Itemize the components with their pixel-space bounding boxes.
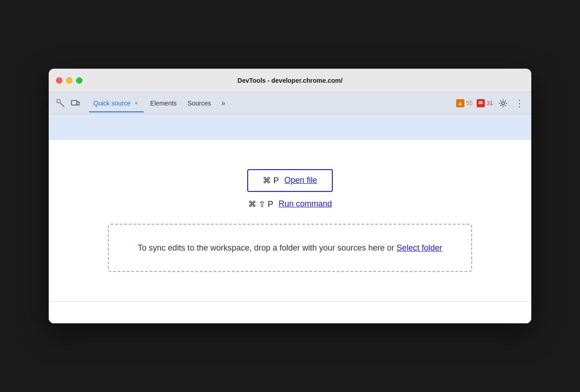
minimize-button[interactable] [66, 77, 72, 84]
tab-elements-label: Elements [150, 100, 177, 107]
run-command-shortcut: ⌘ ⇧ P [248, 199, 273, 209]
more-tabs-button[interactable]: » [217, 97, 230, 110]
toolbar: Quick source × Elements Sources » ▲ 55 ✉… [49, 92, 531, 114]
more-options-icon[interactable]: ⋮ [513, 97, 526, 110]
main-content: ⌘ P Open file ⌘ ⇧ P Run command To sync … [49, 114, 531, 323]
tab-quick-source-label: Quick source [93, 100, 131, 107]
error-icon: ✉ [477, 99, 485, 107]
drop-zone-description: To sync edits to the workspace, drop a f… [138, 243, 397, 252]
svg-rect-3 [77, 102, 79, 105]
inspect-icon[interactable] [54, 97, 67, 110]
toolbar-right: ▲ 55 ✉ 31 ⋮ [456, 97, 526, 110]
run-command-row: ⌘ ⇧ P Run command [248, 199, 332, 209]
blue-header-strip [49, 114, 531, 140]
tab-close-icon[interactable]: × [133, 100, 139, 107]
tab-elements[interactable]: Elements [146, 98, 181, 109]
warning-icon: ▲ [456, 99, 464, 107]
open-file-box: ⌘ P Open file [247, 169, 332, 192]
traffic-lights [56, 77, 82, 84]
drop-zone[interactable]: To sync edits to the workspace, drop a f… [108, 224, 472, 272]
tab-quick-source[interactable]: Quick source × [89, 98, 144, 109]
bottom-bar [49, 302, 531, 323]
warning-badge[interactable]: ▲ 55 [456, 99, 473, 107]
error-badge[interactable]: ✉ 31 [477, 99, 493, 107]
content-area: ⌘ P Open file ⌘ ⇧ P Run command To sync … [49, 140, 531, 302]
open-file-link[interactable]: Open file [284, 176, 317, 185]
svg-point-4 [502, 102, 504, 105]
error-count: 31 [487, 100, 493, 106]
devtools-window: DevTools - developer.chrome.com/ Quick s… [49, 69, 531, 323]
svg-rect-2 [71, 101, 77, 105]
maximize-button[interactable] [76, 77, 82, 84]
warning-count: 55 [466, 100, 473, 106]
run-command-link[interactable]: Run command [279, 199, 332, 209]
device-toggle-icon[interactable] [69, 97, 81, 110]
tab-sources[interactable]: Sources [183, 98, 215, 109]
svg-line-1 [60, 103, 64, 107]
close-button[interactable] [56, 77, 62, 84]
svg-rect-0 [57, 100, 60, 103]
titlebar: DevTools - developer.chrome.com/ [49, 69, 531, 92]
open-file-shortcut: ⌘ P [263, 176, 279, 186]
drop-zone-text: To sync edits to the workspace, drop a f… [127, 241, 453, 255]
select-folder-link[interactable]: Select folder [397, 243, 442, 252]
window-title: DevTools - developer.chrome.com/ [238, 77, 343, 84]
settings-icon[interactable] [497, 97, 509, 110]
tab-sources-label: Sources [188, 100, 211, 107]
